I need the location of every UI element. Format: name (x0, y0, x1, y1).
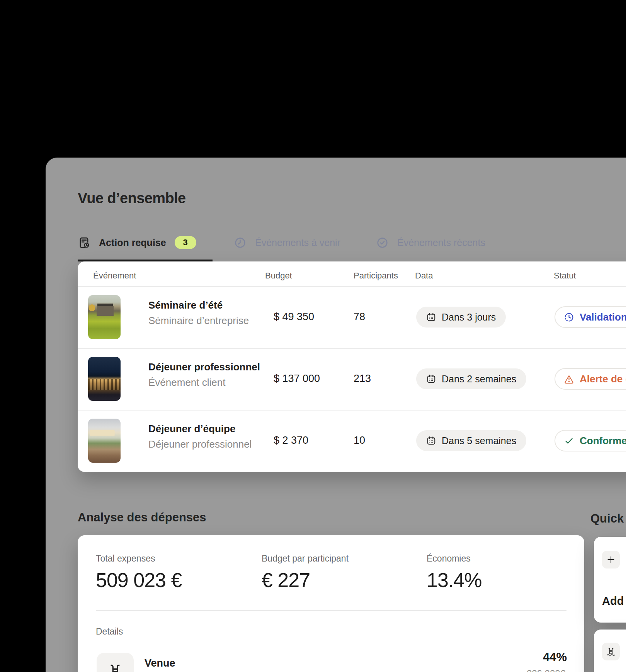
event-budget: $ 49 350 (274, 311, 314, 323)
event-title: Déjeuner d’équipe (148, 423, 235, 435)
event-date-pill: Dans 5 semaines (416, 430, 526, 451)
column-header-participants: Participants (354, 271, 398, 281)
event-subtitle: Déjeuner professionnel (148, 438, 252, 450)
tab-action-requise[interactable]: Action requise 3 (78, 235, 196, 250)
tab-label: Événements à venir (255, 237, 340, 248)
file-clock-icon (78, 236, 90, 249)
tab-evenements-a-venir[interactable]: Événements à venir (234, 235, 340, 250)
stat-label-budget-participant: Budget par participant (262, 553, 349, 564)
event-date-label: Dans 2 semaines (442, 373, 516, 385)
status-badge-alert: Alerte de coût (555, 368, 626, 390)
stat-value-budget-participant: € 227 (262, 568, 310, 592)
quick-action-add-event[interactable]: Add event (594, 537, 626, 623)
status-label: Alerte de coût (580, 373, 626, 385)
event-date-pill: Dans 2 semaines (416, 368, 526, 389)
calendar-icon (426, 374, 436, 384)
column-header-data: Data (415, 271, 433, 281)
status-label: Validation requise (580, 311, 626, 323)
section-title-analyse-depenses: Analyse des dépenses (78, 511, 206, 524)
event-thumbnail (88, 419, 121, 463)
event-title: Séminaire d’été (148, 299, 223, 311)
event-budget: $ 137 000 (274, 373, 320, 385)
event-participants: 78 (354, 311, 365, 323)
event-title: Déjeuner professionnel (148, 361, 260, 373)
events-table: Événement Budget Participants Data Statu… (78, 261, 626, 472)
status-badge-conforme: Conforme (555, 430, 626, 451)
quick-action-label: Add event (602, 595, 626, 608)
event-subtitle: Événement client (148, 377, 225, 389)
plus-icon (606, 555, 616, 565)
event-date-label: Dans 5 semaines (442, 435, 516, 446)
clock-dashed-icon (564, 312, 574, 322)
table-row-seminaire-ete[interactable]: Séminaire d’été Séminaire d’entreprise $… (78, 286, 626, 348)
stat-label-total-expenses: Total expenses (96, 553, 155, 564)
quick-action-pool[interactable] (594, 630, 626, 672)
details-label: Details (96, 626, 123, 637)
page-title: Vue d’ensemble (78, 190, 186, 207)
tab-evenements-recents[interactable]: Événements récents (376, 235, 485, 250)
table-row-dejeuner-equipe[interactable]: Déjeuner d’équipe Déjeuner professionnel… (78, 410, 626, 472)
event-subtitle: Séminaire d’entreprise (148, 315, 249, 327)
stat-label-economies: Économies (427, 553, 471, 564)
status-label: Conforme (580, 435, 626, 447)
event-date-label: Dans 3 jours (442, 312, 496, 323)
venue-icon-tile (97, 653, 134, 672)
event-participants: 10 (354, 434, 365, 446)
event-thumbnail (88, 295, 121, 339)
calendar-icon (426, 436, 436, 446)
status-badge-validation: Validation requise (555, 306, 626, 328)
pool-ladder-icon (606, 647, 616, 657)
check-icon (564, 436, 574, 446)
column-header-event: Événement (93, 271, 136, 281)
event-thumbnail (88, 357, 121, 401)
active-tab-indicator (78, 260, 213, 261)
event-participants: 213 (354, 373, 371, 385)
detail-row-name: Venue (145, 657, 175, 669)
check-circle-icon (376, 236, 389, 249)
stats-divider (96, 610, 566, 611)
stat-value-total-expenses: 509 023 € (96, 568, 182, 592)
tab-count-badge: 3 (175, 236, 196, 249)
detail-row-amount: 226 000€ (480, 668, 565, 672)
tab-label: Action requise (99, 237, 166, 248)
detail-row-percent: 44% (480, 650, 567, 664)
stat-value-economies: 13.4% (427, 568, 481, 592)
section-title-quick-actions: Quick actions (590, 512, 626, 526)
tab-label: Événements récents (397, 237, 485, 248)
event-date-pill: Dans 3 jours (416, 307, 506, 328)
pool-ladder-icon-tile (602, 643, 620, 660)
column-header-status: Statut (554, 271, 576, 281)
expenses-analysis-card: Total expenses Budget par participant Éc… (78, 535, 584, 672)
history-icon (234, 236, 247, 249)
plus-icon-tile (602, 551, 620, 568)
pool-ladder-icon (106, 662, 124, 672)
column-header-budget: Budget (265, 271, 292, 281)
warning-triangle-icon (564, 374, 574, 384)
event-budget: $ 2 370 (274, 434, 308, 446)
calendar-icon (426, 312, 436, 322)
table-row-dejeuner-professionnel[interactable]: Déjeuner professionnel Événement client … (78, 348, 626, 410)
